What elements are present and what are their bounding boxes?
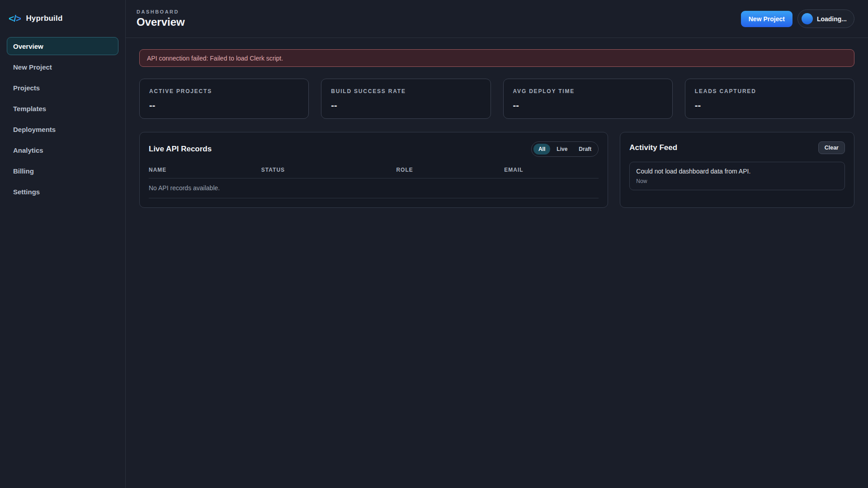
activity-message: Could not load dashboard data from API. [636,168,838,175]
main-content: API connection failed: Failed to load Cl… [126,38,868,219]
stats-row: ACTIVE PROJECTS -- BUILD SUCCESS RATE --… [139,79,854,119]
sidebar-item-analytics[interactable]: Analytics [7,141,118,159]
main-area: DASHBOARD Overview New Project Loading..… [126,0,868,488]
records-empty-message: No API records available. [149,178,599,198]
filter-draft[interactable]: Draft [574,144,596,155]
panels-row: Live API Records All Live Draft NAME STA… [139,132,854,208]
app-root: </> Hyprbuild Overview New Project Proje… [0,0,868,488]
sidebar-item-new-project[interactable]: New Project [7,58,118,76]
records-panel-header: Live API Records All Live Draft [149,141,599,157]
filter-live[interactable]: Live [552,144,572,155]
header: DASHBOARD Overview New Project Loading..… [126,0,868,38]
header-actions: New Project Loading... [741,9,854,28]
breadcrumb-eyebrow: DASHBOARD [137,9,185,14]
records-panel: Live API Records All Live Draft NAME STA… [139,132,608,208]
filter-all[interactable]: All [533,144,550,155]
stat-card-leads-captured: LEADS CAPTURED -- [685,79,854,119]
error-banner: API connection failed: Failed to load Cl… [139,49,854,67]
activity-panel: Activity Feed Clear Could not load dashb… [620,132,854,208]
user-menu-button[interactable]: Loading... [797,9,854,28]
user-label: Loading... [817,15,847,23]
column-header-name: NAME [149,167,261,173]
records-filter-group: All Live Draft [531,141,599,157]
new-project-button[interactable]: New Project [741,11,793,27]
sidebar-item-templates[interactable]: Templates [7,99,118,117]
logo: </> Hyprbuild [7,0,118,37]
activity-timestamp: Now [636,178,838,184]
code-brackets-icon: </> [9,13,21,24]
stat-value: -- [331,100,481,111]
sidebar-item-overview[interactable]: Overview [7,37,118,55]
stat-label: LEADS CAPTURED [695,88,844,94]
stat-value: -- [695,100,844,111]
sidebar-item-settings[interactable]: Settings [7,183,118,201]
stat-label: ACTIVE PROJECTS [149,88,299,94]
sidebar: </> Hyprbuild Overview New Project Proje… [0,0,126,488]
page-title: Overview [137,16,185,28]
stat-value: -- [149,100,299,111]
stat-card-build-success-rate: BUILD SUCCESS RATE -- [321,79,491,119]
stat-label: BUILD SUCCESS RATE [331,88,481,94]
column-header-status: STATUS [261,167,396,173]
sidebar-item-billing[interactable]: Billing [7,162,118,180]
sidebar-item-projects[interactable]: Projects [7,79,118,97]
records-table-header: NAME STATUS ROLE EMAIL [149,167,599,178]
column-header-email: EMAIL [504,167,599,173]
activity-panel-header: Activity Feed Clear [629,141,845,154]
avatar [802,13,813,24]
activity-entry: Could not load dashboard data from API. … [629,162,845,190]
stat-card-active-projects: ACTIVE PROJECTS -- [139,79,309,119]
stat-value: -- [513,100,663,111]
records-panel-title: Live API Records [149,145,212,154]
error-message: API connection failed: Failed to load Cl… [147,55,283,62]
header-titles: DASHBOARD Overview [137,9,185,28]
sidebar-item-deployments[interactable]: Deployments [7,120,118,138]
stat-card-avg-deploy-time: AVG DEPLOY TIME -- [503,79,673,119]
stat-label: AVG DEPLOY TIME [513,88,663,94]
activity-panel-title: Activity Feed [629,143,677,152]
column-header-role: ROLE [396,167,504,173]
sidebar-nav: Overview New Project Projects Templates … [7,37,118,201]
clear-button[interactable]: Clear [818,141,845,154]
app-name: Hyprbuild [26,14,62,23]
